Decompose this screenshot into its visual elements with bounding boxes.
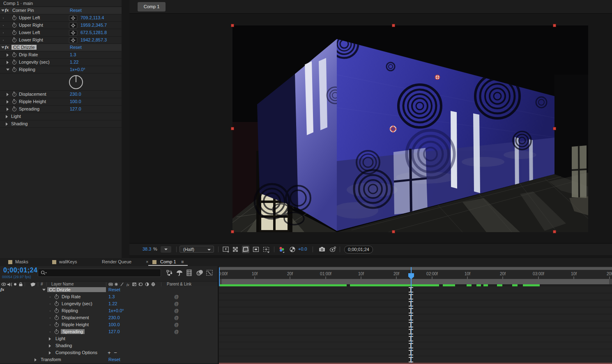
stopwatch-icon[interactable] — [12, 60, 16, 65]
current-time-display[interactable]: 0;00;01;24 — [3, 267, 37, 274]
motion-blur-icon[interactable] — [196, 269, 203, 276]
resolution-dropdown[interactable]: (Half) — [179, 246, 214, 253]
twirl-right-icon[interactable] — [6, 122, 8, 126]
channel-settings-icon[interactable] — [278, 246, 285, 253]
property-row[interactable]: Longevity (sec) 1.22 @ — [0, 300, 218, 308]
column-number[interactable]: # — [41, 282, 43, 286]
param-value[interactable]: 1.3 — [70, 52, 76, 57]
pickwhip-icon[interactable]: @ — [174, 315, 179, 320]
search-input[interactable] — [38, 269, 161, 277]
stopwatch-icon[interactable] — [55, 330, 59, 334]
property-label[interactable]: Displacement — [62, 315, 89, 320]
param-value[interactable]: 672.5,1281.8 — [81, 30, 107, 35]
stopwatch-icon[interactable] — [12, 16, 16, 20]
effect-name-selected[interactable]: CC Drizzle — [12, 45, 37, 50]
effect-point-icon[interactable] — [69, 37, 77, 43]
param-value[interactable]: 230.0 — [70, 92, 81, 97]
property-row[interactable]: Ripple Height 100.0 @ — [0, 321, 218, 329]
effect-name[interactable]: Corner Pin — [12, 8, 34, 13]
group-row[interactable]: Shading — [0, 342, 218, 350]
stopwatch-icon[interactable] — [12, 23, 16, 28]
tab-close-icon[interactable]: × — [146, 259, 148, 264]
tab-wallkeys[interactable]: wallKeys — [59, 259, 77, 264]
pickwhip-icon[interactable]: @ — [174, 308, 179, 313]
property-value[interactable]: 230.0 — [108, 315, 120, 320]
twirl-down-icon[interactable] — [1, 9, 5, 12]
effect-point-icon[interactable] — [69, 30, 77, 36]
property-label[interactable]: Ripple Height — [62, 322, 89, 327]
twirl-down-icon[interactable] — [6, 69, 9, 71]
effect-point-icon[interactable] — [69, 15, 77, 21]
group-label[interactable]: Compositing Options — [55, 350, 97, 355]
group-row[interactable]: Light — [0, 335, 218, 343]
column-layer-name[interactable]: Layer Name — [51, 282, 74, 286]
stopwatch-icon[interactable] — [12, 92, 16, 97]
time-ruler[interactable]: 0:00f 10f 20f 01:00f 10f 20f 02:00f 10f … — [219, 270, 612, 279]
draft-3d-icon[interactable] — [176, 269, 183, 276]
frame-blending-icon[interactable] — [186, 269, 193, 276]
exposure-icon[interactable] — [289, 246, 296, 253]
property-label[interactable]: Longevity (sec) — [62, 301, 92, 306]
stopwatch-icon[interactable] — [12, 31, 16, 35]
comp-flowchart-icon[interactable] — [166, 269, 173, 276]
property-value[interactable]: 127.0 — [108, 329, 120, 334]
stopwatch-icon[interactable] — [55, 309, 59, 313]
reset-link[interactable]: Reset — [70, 8, 82, 13]
rotation-dial[interactable] — [68, 74, 84, 90]
property-row[interactable]: Drip Rate 1.3 @ — [0, 293, 218, 301]
reset-link[interactable]: Reset — [108, 287, 120, 292]
effect-name-selected[interactable]: CC Drizzle — [47, 287, 106, 292]
add-remove-icons[interactable]: + − — [108, 350, 118, 356]
stopwatch-icon[interactable] — [55, 316, 59, 320]
show-snapshot-icon[interactable] — [329, 246, 336, 253]
viewer-tab-comp1[interactable]: Comp 1 — [138, 2, 166, 12]
stopwatch-icon[interactable] — [55, 302, 59, 306]
stopwatch-icon[interactable] — [12, 68, 16, 72]
mask-visibility-icon[interactable] — [242, 246, 249, 253]
twirl-right-icon[interactable] — [35, 358, 37, 362]
stopwatch-icon[interactable] — [12, 100, 16, 104]
property-value[interactable]: 100.0 — [108, 322, 120, 327]
property-label[interactable]: Drip Rate — [62, 294, 81, 299]
fast-previews-icon[interactable] — [222, 246, 230, 253]
stopwatch-icon[interactable] — [55, 323, 59, 327]
param-value[interactable]: 1942.2,857.3 — [81, 37, 107, 42]
zoom-value[interactable]: 38.3 — [143, 247, 151, 251]
panel-splitter[interactable] — [218, 266, 219, 364]
property-value[interactable]: 1.3 — [108, 294, 115, 299]
panel-divider[interactable] — [122, 0, 129, 258]
param-value[interactable]: 1959.2,345.7 — [81, 23, 107, 28]
group-label[interactable]: Shading — [55, 343, 72, 348]
group-label[interactable]: Transform — [41, 357, 61, 362]
group-row-shading[interactable]: Shading — [0, 120, 122, 128]
group-row-transform[interactable]: Transform Reset — [0, 356, 218, 364]
stopwatch-icon[interactable] — [55, 295, 59, 299]
stopwatch-icon[interactable] — [12, 107, 16, 111]
lock-icon[interactable] — [18, 282, 23, 286]
work-area-bar[interactable] — [219, 279, 612, 284]
group-label[interactable]: Light — [55, 336, 65, 341]
param-value[interactable]: 100.0 — [70, 99, 81, 104]
layer-row-cc-drizzle[interactable]: fx CC Drizzle Reset — [0, 286, 218, 294]
twirl-right-icon[interactable] — [6, 115, 8, 118]
tab-comp1[interactable]: Comp 1 — [160, 259, 176, 264]
param-value[interactable]: 127.0 — [70, 106, 81, 111]
twirl-down-icon[interactable] — [42, 289, 46, 291]
panel-menu-icon[interactable]: ≡ — [181, 259, 184, 264]
column-parent-link[interactable]: Parent & Link — [167, 282, 191, 286]
pickwhip-icon[interactable]: @ — [174, 322, 179, 327]
graph-editor-icon[interactable] — [206, 269, 213, 276]
param-value[interactable]: 1.22 — [70, 60, 78, 65]
snapshot-icon[interactable] — [318, 246, 326, 253]
group-row-compositing-options[interactable]: Compositing Options + − — [0, 349, 218, 357]
pickwhip-icon[interactable]: @ — [174, 329, 179, 334]
property-row[interactable]: Displacement 230.0 @ — [0, 314, 218, 322]
stopwatch-icon[interactable] — [12, 53, 16, 57]
property-label[interactable]: Spreading — [61, 329, 85, 334]
reset-link[interactable]: Reset — [70, 45, 82, 50]
param-value[interactable]: 1x+0.0° — [70, 67, 85, 72]
timeline-track-area[interactable] — [219, 286, 612, 363]
zoom-dropdown[interactable] — [161, 246, 171, 253]
twirl-right-icon[interactable] — [7, 93, 9, 96]
property-row[interactable]: Rippling 1x+0.0° @ — [0, 307, 218, 315]
